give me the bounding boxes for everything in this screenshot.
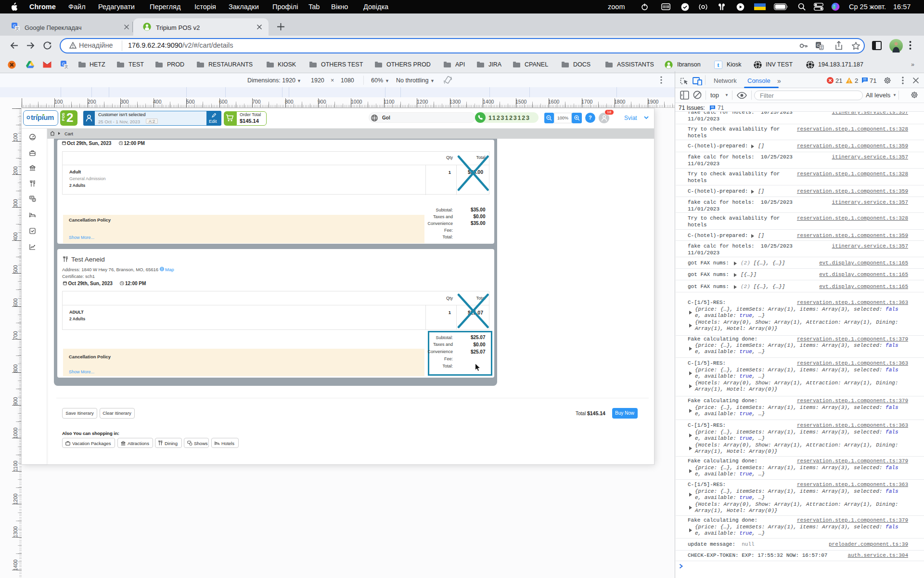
svg-text:t: t (717, 61, 719, 68)
svg-text:文: 文 (820, 45, 823, 50)
svg-text:文: 文 (15, 26, 19, 31)
svg-text:文: 文 (64, 65, 68, 69)
